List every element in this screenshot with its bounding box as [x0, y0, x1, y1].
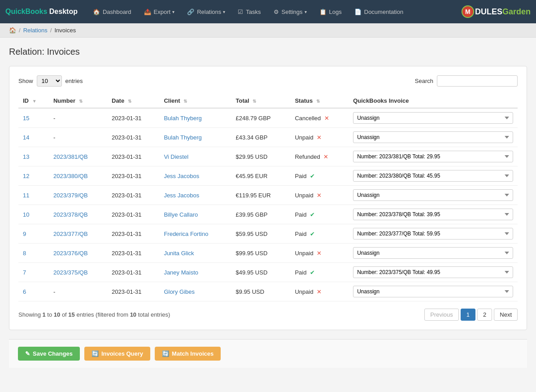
- qb-dropdown-wrapper: UnassignNumber: 2023/379/QB Total: 119.9…: [353, 189, 513, 201]
- entries-select[interactable]: 10 25 50 100: [37, 75, 62, 87]
- invoices-query-label: Invoices Query: [101, 350, 143, 357]
- col-client[interactable]: Client ⇅: [159, 94, 231, 108]
- cell-number: -: [49, 128, 107, 147]
- home-icon[interactable]: 🏠: [9, 27, 16, 34]
- nav-dashboard[interactable]: 🏠 Dashboard: [87, 0, 138, 23]
- number-link[interactable]: 2023/375/QB: [53, 269, 88, 276]
- cell-client[interactable]: Vi Diestel: [159, 147, 231, 166]
- qb-invoice-select[interactable]: Unassign: [353, 286, 513, 297]
- invoices-query-button[interactable]: 🔄 Invoices Query: [84, 347, 150, 361]
- status-x-icon: ✕: [323, 153, 328, 160]
- nav-documentation[interactable]: 📄 Documentation: [348, 0, 410, 23]
- cell-client[interactable]: Jess Jacobos: [159, 166, 231, 186]
- cell-qb-invoice: UnassignNumber: 2023/377/QB Total: 59.95: [349, 224, 518, 244]
- number-link[interactable]: 2023/380/QB: [53, 173, 88, 179]
- nav-logs[interactable]: 📋 Logs: [313, 0, 348, 23]
- data-table: ID ▼ Number ⇅ Date ⇅ Client ⇅ Total ⇅ St…: [18, 94, 518, 301]
- qb-dropdown-wrapper: UnassignNumber: 2023/375/QB Total: 49.95: [353, 266, 513, 278]
- col-number[interactable]: Number ⇅: [49, 94, 107, 108]
- nav-export[interactable]: 📤 Export ▾: [138, 0, 181, 23]
- qb-dropdown-wrapper: Unassign: [353, 131, 513, 143]
- cell-date: 2023-01-31: [107, 205, 159, 224]
- next-button[interactable]: Next: [494, 309, 518, 321]
- qb-invoice-select[interactable]: UnassignNumber: 2023/376/QB Total: 99.95: [353, 247, 513, 259]
- page-2-button[interactable]: 2: [477, 309, 492, 321]
- filtered-from: 10: [130, 311, 136, 318]
- table-row: 92023/377/QB2023-01-31Frederica Fortino$…: [18, 224, 518, 244]
- qb-invoice-select[interactable]: UnassignNumber: 2023/378/QB Total: 39.95: [353, 209, 513, 220]
- cell-client[interactable]: Bulah Thyberg: [159, 128, 231, 147]
- status-check-icon: ✔: [310, 173, 315, 179]
- main-content: Relation: Invoices Show 10 25 50 100 ent…: [0, 38, 536, 377]
- cell-qb-invoice: UnassignNumber: 2023/378/QB Total: 39.95: [349, 205, 518, 224]
- search-input[interactable]: [437, 75, 518, 87]
- documentation-icon: 📄: [354, 9, 362, 15]
- cell-date: 2023-01-31: [107, 224, 159, 244]
- main-card: Show 10 25 50 100 entries Search ID ▼ Nu…: [9, 66, 527, 330]
- cell-status: Unpaid ✕: [290, 186, 349, 205]
- nav-tasks[interactable]: ☑ Tasks: [231, 0, 267, 23]
- cell-client[interactable]: Frederica Fortino: [159, 224, 231, 244]
- save-changes-button[interactable]: ✎ Save Changes: [18, 347, 80, 361]
- number-link[interactable]: 2023/376/QB: [53, 250, 88, 257]
- qb-invoice-select[interactable]: UnassignNumber: 2023/377/QB Total: 59.95: [353, 228, 513, 240]
- breadcrumb-relations[interactable]: Relations: [23, 27, 48, 34]
- brand-desktop: Desktop: [49, 8, 78, 15]
- number-link[interactable]: 2023/379/QB: [53, 192, 88, 199]
- col-id[interactable]: ID ▼: [18, 94, 49, 108]
- export-caret: ▾: [172, 9, 174, 14]
- tasks-icon: ☑: [238, 9, 243, 15]
- pagination: Previous 1 2 Next: [424, 309, 518, 321]
- search-box: Search: [415, 75, 518, 87]
- table-row: 15-2023-01-31Bulah Thyberg£248.79 GBPCan…: [18, 108, 518, 128]
- col-total[interactable]: Total ⇅: [231, 94, 290, 108]
- qb-dropdown-wrapper: UnassignNumber: 2023/378/QB Total: 39.95: [353, 209, 513, 220]
- number-link[interactable]: 2023/377/QB: [53, 231, 88, 237]
- cell-id: 15: [18, 108, 49, 128]
- show-entries: Show 10 25 50 100 entries: [18, 75, 83, 87]
- qb-invoice-select[interactable]: Unassign: [353, 112, 513, 124]
- col-status[interactable]: Status ⇅: [290, 94, 349, 108]
- cell-qb-invoice: UnassignNumber: 2023/380/QB Total: 45.95: [349, 166, 518, 186]
- relations-icon: 🔗: [187, 9, 194, 15]
- qb-invoice-select[interactable]: UnassignNumber: 2023/380/QB Total: 45.95: [353, 170, 513, 182]
- cell-id: 9: [18, 224, 49, 244]
- cell-client[interactable]: Bulah Thyberg: [159, 108, 231, 128]
- cell-client[interactable]: Billye Callaro: [159, 205, 231, 224]
- qb-invoice-select[interactable]: Unassign: [353, 131, 513, 143]
- nav-documentation-label: Documentation: [364, 9, 403, 15]
- page-1-button[interactable]: 1: [461, 309, 475, 321]
- match-icon: 🔄: [162, 350, 169, 357]
- match-invoices-button[interactable]: 🔄 Match Invoices: [155, 347, 221, 361]
- qb-dropdown-wrapper: UnassignNumber: 2023/377/QB Total: 59.95: [353, 228, 513, 240]
- qb-invoice-select[interactable]: UnassignNumber: 2023/379/QB Total: 119.9…: [353, 189, 513, 201]
- qb-invoice-select[interactable]: UnassignNumber: 2023/381/QB Total: 29.95: [353, 151, 513, 162]
- breadcrumb-sep-1: /: [19, 27, 21, 34]
- dashboard-icon: 🏠: [93, 9, 100, 15]
- cell-id: 13: [18, 147, 49, 166]
- cell-date: 2023-01-31: [107, 166, 159, 186]
- nav-relations[interactable]: 🔗 Relations ▾: [181, 0, 231, 23]
- relations-caret: ▾: [223, 9, 225, 14]
- cell-client[interactable]: Janey Maisto: [159, 263, 231, 282]
- cell-status: Unpaid ✕: [290, 282, 349, 301]
- col-date[interactable]: Date ⇅: [107, 94, 159, 108]
- nav-settings-label: Settings: [282, 9, 303, 15]
- cell-id: 14: [18, 128, 49, 147]
- number-link[interactable]: 2023/381/QB: [53, 153, 88, 160]
- search-label: Search: [415, 78, 433, 84]
- cell-qb-invoice: UnassignNumber: 2023/375/QB Total: 49.95: [349, 263, 518, 282]
- cell-client[interactable]: Glory Gibes: [159, 282, 231, 301]
- cell-date: 2023-01-31: [107, 147, 159, 166]
- table-row: 14-2023-01-31Bulah Thyberg£43.34 GBPUnpa…: [18, 128, 518, 147]
- previous-button[interactable]: Previous: [424, 309, 459, 321]
- qb-invoice-select[interactable]: UnassignNumber: 2023/375/QB Total: 49.95: [353, 266, 513, 278]
- cell-client[interactable]: Jess Jacobos: [159, 186, 231, 205]
- cell-status: Refunded ✕: [290, 147, 349, 166]
- mg-garden: Garden: [502, 7, 531, 16]
- nav-settings[interactable]: ⚙ Settings ▾: [267, 0, 313, 23]
- cell-client[interactable]: Junita Glick: [159, 244, 231, 263]
- cell-date: 2023-01-31: [107, 263, 159, 282]
- entries-label: entries: [65, 78, 83, 84]
- number-link[interactable]: 2023/378/QB: [53, 211, 88, 218]
